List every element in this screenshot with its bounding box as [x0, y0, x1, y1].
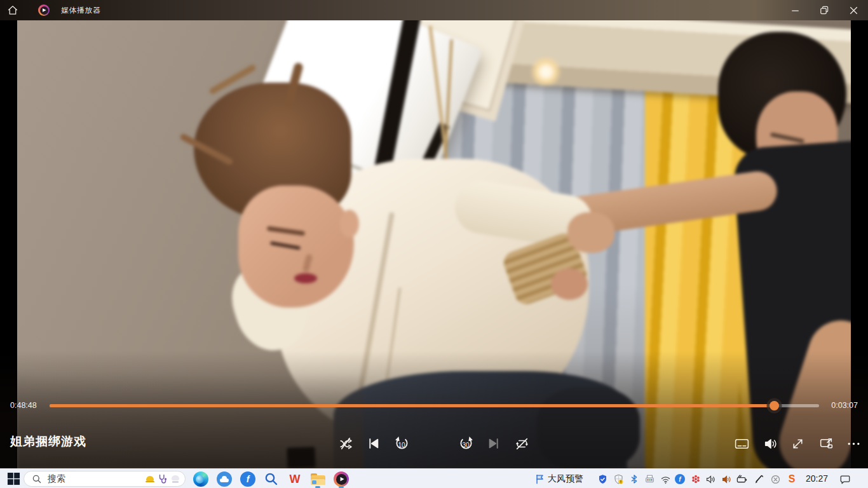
taskbar-app-cloud[interactable] [215, 471, 233, 487]
titlebar: 媒体播放器 [0, 0, 868, 20]
tray-defender[interactable] [612, 473, 625, 485]
controls-row: 姐弟捆绑游戏 10 [0, 424, 868, 461]
volume-button[interactable] [759, 432, 782, 455]
home-button[interactable] [0, 0, 25, 20]
volume-icon [763, 436, 778, 452]
taskbar: 搜索 f [0, 468, 868, 488]
repeat-button[interactable] [510, 432, 533, 455]
captions-icon [734, 436, 750, 452]
man-hand [567, 212, 614, 253]
close-button[interactable] [839, 0, 868, 20]
skip-back-label: 10 [390, 442, 413, 449]
taskbar-app-edge[interactable] [192, 471, 210, 487]
tray-sogou[interactable]: S [785, 473, 798, 485]
shuffle-off-icon [338, 436, 354, 452]
printer-icon [644, 474, 655, 485]
elapsed-time: 0:48:48 [10, 401, 37, 410]
security-shield-icon [597, 474, 608, 485]
tray-wifi[interactable] [659, 473, 672, 485]
seekbar-fill [50, 404, 775, 407]
next-track-icon [486, 436, 501, 451]
remote-flower-icon [691, 474, 701, 484]
remaining-time: 0:03:07 [831, 401, 858, 410]
taskbar-app-search[interactable] [262, 471, 280, 487]
sogou-icon: S [789, 473, 796, 485]
woman-ear [340, 210, 359, 238]
stethoscope-icon[interactable] [158, 474, 168, 484]
search-placeholder: 搜索 [48, 473, 65, 485]
shuffle-button[interactable] [334, 432, 357, 455]
taskbar-app-explorer[interactable] [309, 471, 327, 487]
restore-button[interactable] [810, 0, 839, 20]
close-icon [847, 4, 860, 17]
cloud-drive-icon [217, 471, 232, 487]
taskbar-app-media-player[interactable] [332, 471, 350, 487]
window-controls [780, 0, 868, 20]
disabled-x-icon [770, 474, 781, 485]
tray-audio-app[interactable] [720, 473, 733, 485]
tray-remote-flower[interactable] [689, 473, 702, 485]
woman-fist [551, 268, 588, 300]
skip-forward-label: 30 [454, 442, 477, 449]
more-icon [846, 436, 862, 452]
chef-hat-icon[interactable] [171, 475, 180, 484]
seekbar[interactable] [50, 404, 819, 407]
defender-alert-icon [613, 474, 624, 485]
fullscreen-button[interactable] [786, 432, 809, 455]
wifi-icon [660, 474, 671, 485]
tray-security-shield[interactable] [596, 473, 609, 485]
bluetooth-icon [629, 474, 639, 484]
miniplayer-button[interactable] [815, 432, 837, 455]
timeline-row: 0:48:48 0:03:07 [0, 399, 868, 413]
clock[interactable]: 20:27 [806, 473, 828, 484]
more-options-button[interactable] [842, 432, 865, 455]
app-title: 媒体播放器 [61, 5, 101, 16]
weather-widget-icon[interactable] [534, 473, 546, 485]
weather-label[interactable]: 大风预警 [548, 473, 583, 485]
tray-thunder[interactable]: f [674, 473, 686, 485]
start-button[interactable] [4, 469, 23, 488]
media-player-taskbar-icon [334, 471, 349, 487]
tray-bluetooth[interactable] [628, 473, 641, 485]
edge-icon [193, 471, 208, 487]
tray-battery[interactable] [735, 473, 748, 485]
tray-printer[interactable] [643, 473, 656, 485]
thunder-tray-icon: f [675, 474, 685, 484]
volume-tray-icon [705, 474, 716, 485]
search-icon [32, 474, 42, 484]
seekbar-thumb[interactable] [770, 401, 779, 410]
hard-hat-icon[interactable] [146, 475, 154, 484]
media-title: 姐弟捆绑游戏 [10, 433, 86, 450]
next-track-button[interactable] [482, 432, 505, 455]
desktop: 媒体播放器 [0, 0, 868, 488]
captions-button[interactable] [730, 432, 753, 455]
previous-track-icon [366, 436, 381, 451]
player-stage: 0:48:48 0:03:07 姐弟捆绑游戏 [0, 20, 868, 468]
woman-lips [294, 273, 317, 283]
audio-app-icon [721, 474, 732, 485]
app-icon-button [33, 0, 55, 20]
repeat-off-icon [514, 436, 530, 452]
notification-bubble-icon [839, 473, 851, 485]
tray-pen[interactable] [752, 473, 765, 485]
skip-forward-button[interactable]: 30 [454, 432, 477, 455]
taskbar-app-wps[interactable]: W [286, 471, 304, 487]
thunder-icon: f [240, 471, 255, 487]
previous-track-button[interactable] [362, 432, 385, 455]
windows-start-icon [7, 472, 20, 485]
blue-search-icon [264, 471, 279, 487]
file-explorer-icon [311, 473, 325, 485]
minimize-icon [789, 4, 802, 17]
minimize-button[interactable] [780, 0, 810, 20]
wps-icon: W [290, 473, 301, 486]
skip-back-button[interactable]: 10 [390, 432, 413, 455]
tray-volume[interactable] [704, 473, 717, 485]
pen-icon [754, 474, 764, 485]
notification-button[interactable] [839, 473, 851, 485]
media-player-app-icon [38, 4, 50, 16]
miniplayer-icon [818, 436, 834, 452]
taskbar-app-thunder[interactable]: f [239, 471, 257, 487]
battery-plug-icon [736, 473, 748, 485]
search-box[interactable]: 搜索 [24, 471, 186, 487]
tray-disabled-x[interactable] [769, 473, 782, 485]
